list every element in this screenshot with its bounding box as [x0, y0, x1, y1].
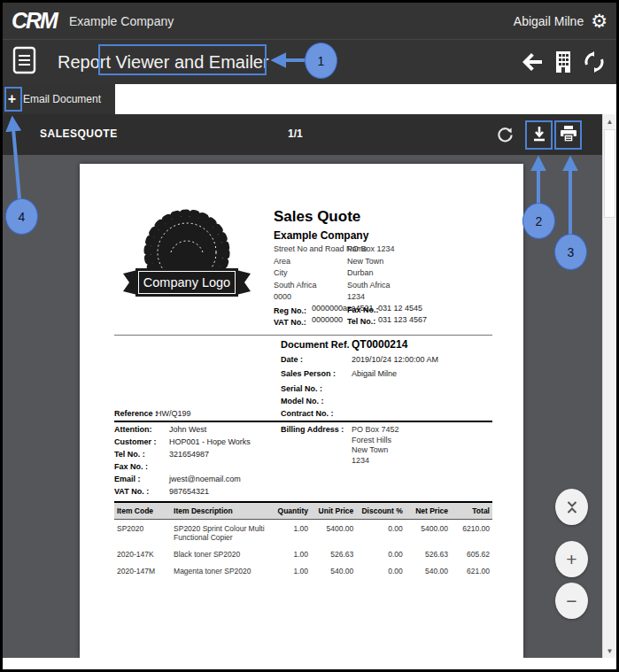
billing-label: Billing Address : — [281, 425, 344, 434]
cell: 1.00 — [269, 562, 311, 579]
callout-1: 1 — [305, 42, 337, 79]
cell: 0.00 — [356, 545, 406, 562]
settings-gear-icon[interactable]: ⚙ — [591, 12, 607, 30]
cell: 0.00 — [356, 562, 406, 579]
cell: 0.00 — [356, 520, 406, 546]
cell: 2020-147M — [114, 562, 171, 579]
seller-company-name: Example Company — [274, 229, 368, 242]
billing-line: New Town — [352, 445, 399, 456]
fax-label: Fax No.: — [347, 305, 379, 314]
app-frame: CRM Example Company Abigail Milne ⚙ Repo… — [0, 0, 619, 672]
zoom-in-button[interactable]: + — [555, 541, 588, 577]
cust-vat-value: 987654321 — [169, 487, 209, 496]
refresh-icon[interactable] — [583, 50, 606, 74]
plus-glyph: + — [566, 549, 576, 570]
user-name: Abigail Milne — [514, 14, 584, 28]
col-header: Unit Price — [311, 502, 356, 520]
table-row: SP2020 SP2020 Sprint Colour Multi Functi… — [114, 520, 492, 546]
customer-label: Customer : — [114, 437, 157, 446]
tel-value: 031 123 4567 — [378, 315, 427, 324]
cell: 1.00 — [269, 520, 311, 546]
print-icon[interactable] — [558, 122, 579, 146]
sales-person-label: Sales Person : — [281, 369, 336, 378]
minus-glyph: − — [566, 591, 576, 612]
col-header: Net Price — [406, 502, 451, 520]
seller-postal-line: 1234 — [347, 291, 395, 304]
reference-label: Reference : — [114, 409, 158, 418]
col-header: Discount % — [356, 502, 406, 520]
scroll-up-icon[interactable]: ▲ — [603, 114, 616, 128]
fax-value: 031 12 4545 — [378, 304, 422, 313]
back-arrow-icon[interactable] — [521, 50, 544, 74]
cust-tel-value: 321654987 — [169, 450, 209, 459]
cell: 5400.00 — [406, 520, 451, 546]
vat-value: 0000000 — [312, 315, 343, 324]
cell: Magenta toner SP2020 — [171, 562, 269, 579]
company-building-icon[interactable] — [552, 50, 575, 74]
table-row: 2020-147M Magenta toner SP2020 1.00 540.… — [114, 562, 492, 579]
contract-label: Contract No. : — [281, 409, 334, 418]
vat-label: VAT No.: — [274, 318, 306, 327]
zoom-out-button[interactable]: − — [555, 583, 588, 619]
attention-label: Attention: — [114, 425, 152, 434]
page-title: Report Viewer and Emailer — [49, 50, 278, 75]
cust-fax-label: Fax No. : — [114, 462, 148, 471]
billing-line: 1234 — [352, 456, 399, 467]
company-logo-badge: Company Logo — [121, 201, 252, 313]
cell: 621.00 — [451, 562, 492, 579]
cell: 1.00 — [269, 545, 311, 562]
col-header: Total — [451, 502, 492, 520]
top-bar: CRM Example Company Abigail Milne ⚙ — [3, 3, 616, 39]
cell: 526.63 — [311, 545, 356, 562]
items-table: Item Code Item Description Quantity Unit… — [114, 501, 492, 579]
bottom-strip — [3, 658, 616, 669]
date-value: 2019/10/24 12:00:00 AM — [352, 355, 438, 364]
billing-line: PO Box 7452 — [352, 425, 399, 436]
table-row: 2020-147K Black toner SP2020 1.00 526.63… — [114, 545, 492, 562]
email-value: jwest@noemail.com — [169, 475, 241, 483]
seller-postal-line: PO Box 1234 — [347, 243, 395, 256]
scroll-down-icon[interactable]: ▼ — [603, 644, 616, 658]
date-label: Date : — [281, 355, 303, 364]
expand-plus-icon[interactable]: + — [5, 89, 19, 109]
col-header: Item Description — [171, 502, 269, 520]
cell: 526.63 — [406, 545, 451, 562]
fit-to-page-button[interactable] — [555, 489, 588, 525]
vertical-scrollbar[interactable]: ▲ ▼ — [602, 114, 616, 658]
model-label: Model No. : — [281, 397, 324, 406]
billing-line: Forest Hills — [352, 436, 399, 446]
cell: 540.00 — [406, 562, 451, 579]
doc-ref-value: QT0000214 — [352, 338, 407, 351]
tab-email-document[interactable]: + Email Document — [3, 84, 115, 114]
col-header: Quantity — [269, 502, 311, 520]
serial-label: Serial No. : — [281, 384, 322, 393]
cust-vat-label: VAT No. : — [114, 487, 149, 496]
cell: 5400.00 — [311, 520, 356, 546]
reference-value: HW/Q199 — [156, 409, 191, 418]
cell: 6210.00 — [451, 520, 492, 546]
doc-ref-label: Document Ref. — [281, 339, 350, 350]
email-label: Email : — [114, 475, 141, 483]
viewer-refresh-icon[interactable] — [495, 125, 515, 144]
report-name: SALESQUOTE — [40, 127, 118, 140]
callout-4: 4 — [5, 198, 38, 235]
cust-tel-label: Tel No. : — [114, 450, 145, 459]
pdf-viewer-toolbar: SALESQUOTE 1/1 — [3, 114, 616, 155]
scrollbar-thumb[interactable] — [604, 129, 615, 218]
cell: SP2020 Sprint Colour Multi Functional Co… — [171, 520, 269, 546]
callout-2: 2 — [522, 203, 555, 239]
seller-postal-line: New Town — [347, 256, 395, 268]
company-name: Example Company — [69, 14, 174, 28]
attention-value: John West — [169, 425, 206, 434]
cell: SP2020 — [114, 520, 171, 546]
tel-label: Tel No.: — [347, 317, 375, 326]
document-icon — [12, 46, 36, 78]
page-indicator: 1/1 — [288, 127, 303, 140]
sales-person-value: Abigail Milne — [352, 369, 397, 378]
cell: 2020-147K — [114, 545, 171, 562]
download-icon[interactable] — [529, 122, 550, 146]
seller-postal-line: Durban — [347, 267, 395, 280]
cell: 605.62 — [451, 545, 492, 562]
crm-logo: CRM — [12, 8, 57, 34]
svg-text:Company Logo: Company Logo — [143, 275, 230, 290]
